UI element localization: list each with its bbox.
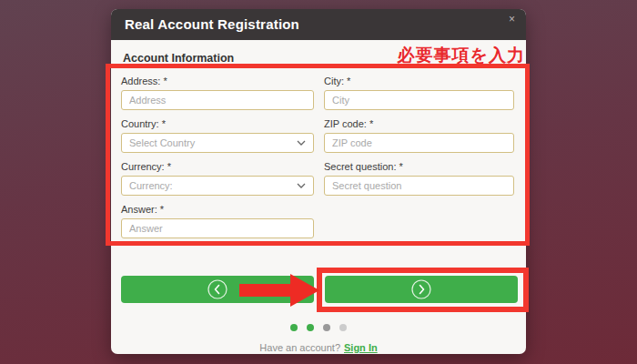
chevron-down-icon [297,183,306,188]
country-select[interactable]: Select Country [121,133,314,153]
field-zip-code: ZIP code: * [324,118,514,153]
annotation-text-jp: 必要事項を入力 [398,44,525,67]
zip-code-input[interactable] [324,133,514,153]
address-input[interactable] [121,90,314,110]
have-account-text: Have an account? [259,342,340,353]
close-icon[interactable]: × [509,14,515,25]
currency-select[interactable]: Currency: [121,176,314,196]
currency-select-value: Currency: [129,180,173,191]
field-currency: Currency: * Currency: [121,161,314,196]
previous-step-button[interactable] [121,276,314,303]
modal-footer: Have an account?Sign In [111,342,526,353]
carousel-dot-4[interactable] [339,324,347,331]
carousel-dot-1[interactable] [290,324,298,331]
address-label: Address: * [121,76,314,86]
registration-modal: Real Account Registration × Account Info… [111,9,526,354]
field-address: Address: * [121,76,314,110]
chevron-right-circle-icon [410,278,432,300]
secret-question-input[interactable] [324,176,514,196]
modal-title: Real Account Registration [125,9,299,40]
carousel-dot-3[interactable] [323,324,330,331]
page-background: Real Account Registration × Account Info… [0,0,637,364]
field-answer: Answer: * [121,204,314,238]
field-city: City: * [324,76,514,110]
section-title: Account Information [123,52,234,65]
sign-in-link[interactable]: Sign In [344,342,378,353]
currency-label: Currency: * [121,161,314,172]
country-select-value: Select Country [129,137,195,148]
chevron-left-circle-icon [207,278,228,300]
zip-code-label: ZIP code: * [324,118,514,129]
chevron-down-icon [297,140,306,146]
next-step-button[interactable] [325,276,518,303]
modal-header: Real Account Registration × [111,9,526,40]
field-secret-question: Secret question: * [324,161,514,196]
answer-input[interactable] [121,218,314,238]
answer-label: Answer: * [121,204,314,215]
secret-question-label: Secret question: * [324,161,514,172]
city-label: City: * [324,76,514,86]
carousel-dot-2[interactable] [307,324,314,331]
country-label: Country: * [121,118,314,129]
city-input[interactable] [324,90,514,110]
field-country: Country: * Select Country [121,118,314,153]
carousel-dots [111,324,526,331]
